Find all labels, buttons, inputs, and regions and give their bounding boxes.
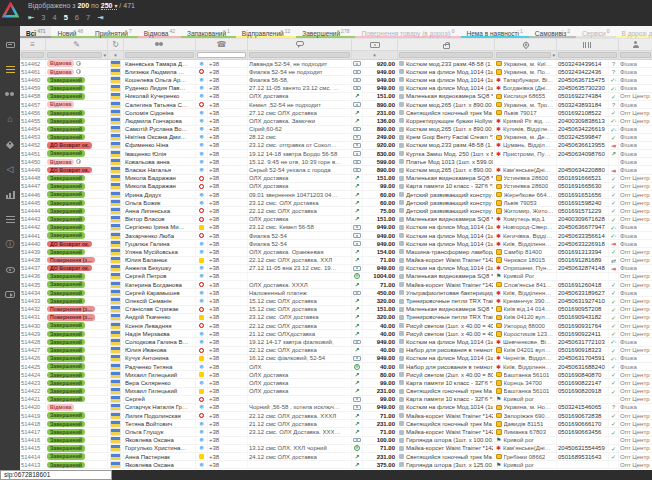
tracking-number[interactable]: 0501691313394 [557,248,609,255]
tracking-number[interactable]: 20450633226918 [557,240,609,247]
phone-number[interactable]: +38 [208,445,248,452]
phone-number[interactable]: +38 [208,306,248,313]
tags-icon[interactable] [0,132,20,157]
order-row[interactable]: 514458ЗавершенийНиколай Кучеренко❄+38ОЛХ… [20,93,652,101]
tracking-number[interactable] [557,273,609,280]
total-column-header[interactable] [352,39,398,50]
tracking-number[interactable]: 20400309838613 [557,117,609,124]
phone-number[interactable]: +38 [208,248,248,255]
watch-icon[interactable] [0,257,20,282]
order-row[interactable]: 514440ДО Возврат ок.Гуцалюк Галина❄+38Фи… [20,240,652,248]
tracking-number[interactable]: 0501690943182 [557,314,609,321]
page-button-6[interactable]: 6 [75,13,79,22]
order-row[interactable]: 514431Повернення (з…Андрій Ткаченко+3823… [20,314,652,322]
phone-number[interactable]: +38 [208,420,248,427]
phone-number[interactable]: +38 [208,265,248,272]
tracking-number[interactable]: 0501690840870 [557,371,609,378]
tracking-number[interactable]: 0501689531643 [557,453,609,460]
phone-number[interactable]: +38 [208,175,248,182]
filter-customer[interactable] [124,51,196,59]
filter-order-id[interactable] [20,51,46,59]
tracking-number[interactable]: 20450636613955 [557,142,609,149]
order-row[interactable]: 514459ЗавершенийРуденко Лидия Пав…❄+3827… [20,85,652,93]
tracking-number[interactable] [557,396,609,403]
page-button-7[interactable]: 7 [86,13,90,22]
tracking-number[interactable]: 0501690666170 [557,420,609,427]
phone-number[interactable]: +38 [208,257,248,264]
order-row[interactable]: 514421ЗавершенийСергей+3899.00Карта памя… [20,396,652,404]
tab-completed[interactable]: Завершений278 [296,26,355,38]
bank-icon[interactable]: ⌂ [0,107,20,132]
order-row[interactable]: 514413ЗавершенийЯковлева Оксана❄+38↗375.… [20,461,652,469]
order-row[interactable]: 514450ВідмоваКовальова анна❄+3815.12. 9:… [20,158,652,166]
phone-number[interactable]: +38 [208,379,248,386]
filter-flag[interactable]: ▾ [108,51,124,59]
phone-number[interactable]: +38 [208,437,248,444]
filter-total[interactable]: ▾ [352,51,398,59]
order-row[interactable]: 514460ЗавершенийКошелева Ольга Ар…❄+38Фи… [20,76,652,84]
tab-new[interactable]: Новий48 [51,26,89,38]
phone-number[interactable]: +38 [208,289,248,296]
order-row[interactable]: 514424ЗавершенийМихаил Гилецький+38ОЛХ д… [20,371,652,379]
phone-number[interactable]: +38 [208,232,248,239]
tracking-number[interactable]: 20450634220880 [557,166,609,173]
order-row[interactable]: 514427ЗавершенийЮлия Иванова+3822.12 смс… [20,347,652,355]
tab-refused[interactable]: Відмова42 [138,26,181,38]
order-row[interactable]: 514438Повернення (з…Юлия Баланюк+3822.12… [20,257,652,265]
page-size-dropdown[interactable]: 250 ▾ [101,2,118,10]
phone-number[interactable]: +38 [208,461,248,468]
order-row[interactable]: 514423ЗавершенийВера Скляренко❄+38ОЛХ до… [20,379,652,387]
tracking-number[interactable]: 20450632874148 [557,265,609,272]
tab-on-way-home[interactable]: В дорозі додому0 [616,26,652,38]
order-id-column-header[interactable]: ≡ [20,39,46,50]
filter-source[interactable] [619,51,652,59]
tracking-number[interactable]: 0503241546065 [557,404,609,411]
order-row[interactable]: 514416ЗавершенийЯковлева Оксана❄+38100.0… [20,437,652,445]
phone-number[interactable]: +38 [208,338,248,345]
phone-column-header[interactable]: ☎ [196,39,248,50]
tracking-number[interactable]: 20450636715475 [557,76,609,83]
tracking-number[interactable]: 0501690663456 [557,428,609,435]
phone-number[interactable]: +38 [208,150,248,157]
order-row[interactable]: 514425ЗавершенийРадченко Тетяна❄+38ОЛХ₴4… [20,363,652,371]
phone-number[interactable]: +38 [208,297,248,304]
order-row[interactable]: 514436ЗавершенийСергей Петров❄+38₴1004.0… [20,273,652,281]
tracking-number[interactable] [557,461,609,468]
order-row[interactable]: 514422ЗавершенийМихаил Гилецький+38ОЛХ д… [20,388,652,396]
order-row[interactable]: 514419ЗавершенийЛилия Подолинская+3822.1… [20,412,652,420]
phone-number[interactable]: +38 [208,101,248,108]
phone-number[interactable]: +38 [208,428,248,435]
order-row[interactable]: 514461ВідмоваБлизнюк Людмила …+38Фиалка … [20,68,652,76]
phone-number[interactable]: +38 [208,166,248,173]
source-column-header[interactable] [619,39,652,50]
phone-number[interactable]: +38 [208,109,248,116]
order-row[interactable]: 514454ЗавершенийСамотій Руслана Во…❄+38С… [20,126,652,134]
order-row[interactable]: 514417ЗавершенийОльга Глущук❄+3823.12 см… [20,428,652,436]
order-row[interactable]: 514414ЗавершенийАнна Пастернак+3824.12 с… [20,453,652,461]
status-column-header[interactable]: ✎ [46,39,108,50]
tracking-number[interactable]: 0501691571229 [557,207,609,214]
phone-number[interactable]: +38 [208,93,248,100]
filter-status[interactable]: ▾ [46,51,108,59]
tracking-number[interactable]: 20450633356614 [557,232,609,239]
order-row[interactable]: 514452ДО Возврат ок.Єфименко Ніна❄+3823.… [20,142,652,150]
order-row[interactable]: 514453ЗавершенийНікітіна Оксана Дми…❄+38… [20,134,652,142]
phone-number[interactable]: +38 [208,60,248,67]
sip-phone-status[interactable]: sip:0672818601 [0,470,112,480]
phone-number[interactable]: +38 [208,412,248,419]
filter-delivery[interactable]: ▾ [495,51,557,59]
tracking-column-header[interactable] [557,39,619,50]
tab-accepted[interactable]: Прийнятий7 [89,26,138,38]
phone-number[interactable]: +38 [208,314,248,321]
tracking-number[interactable]: 20450631704591 [557,355,609,362]
order-row[interactable]: 514426ЗавершенийКучук Антонина+3816.12 с… [20,355,652,363]
tracking-number[interactable] [557,437,609,444]
tracking-number[interactable]: 20450631927410 [557,297,609,304]
tracking-number[interactable]: 0501692108522 [557,109,609,116]
phone-number[interactable]: +38 [208,76,248,83]
comment-column-header[interactable] [248,39,352,50]
page-button-3[interactable]: 3 [41,13,45,22]
order-row[interactable]: 514418ЗавершенийТетяна Войтович❄+3821.12… [20,420,652,428]
tracking-number[interactable]: 20450635730230 [557,85,609,92]
phone-number[interactable]: +38 [208,224,248,231]
